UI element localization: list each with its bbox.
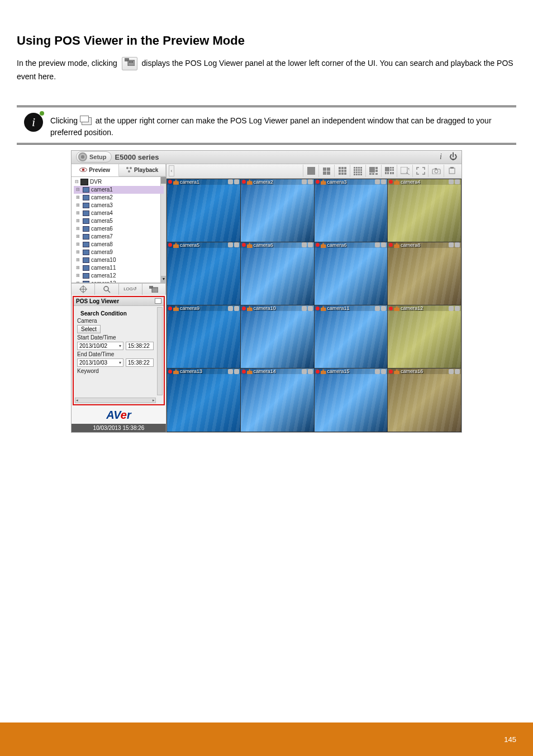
tree-item-camera5[interactable]: camera5 (74, 217, 164, 225)
camera-cell[interactable]: camera9 (167, 305, 240, 368)
tree-item-camera7[interactable]: camera7 (74, 233, 164, 241)
detach-window-icon (82, 117, 92, 125)
view-snapshot[interactable] (428, 165, 444, 177)
camera-overlay-right (375, 242, 386, 247)
camera-overlay-right (228, 242, 239, 247)
tree-item-camera8[interactable]: camera8 (74, 241, 164, 248)
camera-cell[interactable]: camera6 (315, 242, 388, 305)
collapse-sidebar-button[interactable]: ‹ (169, 165, 174, 176)
svg-point-5 (130, 167, 132, 169)
camera-cell[interactable]: camera4 (388, 179, 461, 242)
camera-label: camera6 (254, 242, 273, 248)
camera-label: camera1 (180, 179, 199, 185)
camera-cell[interactable]: camera3 (315, 179, 388, 242)
camera-select-button[interactable]: Select (77, 325, 101, 333)
tree-item-camera1[interactable]: camera1 (74, 186, 164, 194)
tree-item-camera12[interactable]: camera12 (74, 272, 164, 280)
camera-cell[interactable]: camera14 (241, 369, 314, 431)
motion-icon (321, 305, 326, 311)
camera-overlay: camera5 (167, 242, 240, 248)
tree-item-camera11[interactable]: camera11 (74, 264, 164, 272)
svg-rect-16 (375, 170, 378, 172)
tab-playback[interactable]: Playback (119, 164, 166, 176)
view-fullscreen[interactable] (412, 165, 428, 177)
camera-tree[interactable]: ▾ ⊟ DVR camera1camera2camera3camera4came… (72, 177, 166, 283)
camera-overlay: camera12 (388, 305, 461, 311)
view-1x1[interactable] (303, 165, 318, 177)
dvr-icon (80, 179, 88, 185)
camera-overlay: camera14 (241, 369, 314, 374)
camera-cell[interactable]: camera6 (241, 242, 314, 305)
tree-item-camera10[interactable]: camera10 (74, 256, 164, 264)
mic-icon (375, 179, 380, 184)
svg-rect-26 (387, 172, 389, 174)
camera-overlay-right (302, 179, 313, 184)
info-button[interactable]: i (437, 152, 445, 161)
view-record[interactable] (444, 165, 459, 177)
camera-cell[interactable]: camera1 (167, 179, 240, 242)
camera-label: camera2 (254, 179, 273, 185)
tree-item-label: camera13 (91, 280, 116, 283)
tool-pos-viewer[interactable] (142, 284, 166, 295)
tree-root-dvr[interactable]: ⊟ DVR (74, 178, 164, 186)
pos-scrollbar[interactable] (157, 307, 163, 395)
tool-log[interactable]: LOG↺ (119, 284, 142, 295)
camera-overlay: camera6 (241, 242, 314, 248)
camera-label: camera11 (327, 305, 350, 311)
motion-icon (173, 242, 179, 248)
camera-cell[interactable]: camera12 (388, 305, 461, 368)
start-time-field[interactable]: 15:38:22 (126, 342, 154, 350)
tool-search[interactable] (95, 284, 118, 295)
camera-label: camera8 (401, 242, 420, 248)
camera-overlay: camera11 (315, 305, 388, 311)
camera-cell[interactable]: camera13 (167, 369, 240, 431)
camera-cell[interactable]: camera10 (241, 305, 314, 368)
svg-rect-2 (129, 61, 131, 63)
camera-overlay: camera15 (315, 369, 388, 374)
tree-item-camera4[interactable]: camera4 (74, 209, 164, 217)
tree-item-camera3[interactable]: camera3 (74, 202, 164, 209)
view-3x3[interactable] (334, 165, 350, 177)
svg-rect-18 (372, 173, 374, 175)
recording-icon (242, 243, 246, 247)
camera-cell[interactable]: camera5 (167, 242, 240, 305)
camera-label: camera4 (401, 179, 420, 185)
start-date-field[interactable]: 2013/10/02▾ (77, 342, 123, 350)
view-1-5[interactable] (365, 165, 381, 177)
camera-overlay: camera9 (167, 305, 240, 311)
tree-item-camera2[interactable]: camera2 (74, 194, 164, 202)
tree-item-camera13[interactable]: camera13 (74, 280, 164, 283)
camera-icon (83, 226, 89, 232)
tool-ptz[interactable] (72, 284, 95, 295)
camera-cell[interactable]: camera11 (315, 305, 388, 368)
motion-icon (173, 179, 179, 185)
pos-detach-icon[interactable] (155, 298, 161, 304)
camera-icon (83, 265, 89, 271)
camera-cell[interactable]: camera2 (241, 179, 314, 242)
view-2x2[interactable] (318, 165, 334, 177)
tree-item-camera6[interactable]: camera6 (74, 225, 164, 233)
svg-text:↻: ↻ (408, 168, 410, 171)
camera-cell[interactable]: camera8 (388, 242, 461, 305)
end-time-field[interactable]: 15:38:22 (126, 358, 154, 367)
end-date-field[interactable]: 2013/10/03▾ (77, 358, 123, 367)
view-autoscan[interactable]: ↻ (397, 165, 412, 177)
start-date-value: 2013/10/02 (79, 343, 107, 349)
svg-rect-22 (392, 167, 394, 169)
view-1-7[interactable] (381, 165, 397, 177)
tree-item-label: camera3 (91, 202, 113, 209)
mic-icon (449, 369, 454, 374)
note-pre: Clicking (50, 116, 80, 125)
pos-horizontal-scrollbar[interactable]: ◂▸ (75, 398, 156, 403)
view-4x4[interactable] (350, 165, 365, 177)
mic-icon (449, 306, 454, 311)
tree-item-label: camera1 (91, 186, 113, 194)
camera-cell[interactable]: camera15 (315, 369, 388, 431)
setup-button[interactable]: Setup (76, 151, 112, 162)
tab-preview[interactable]: Preview (72, 164, 119, 176)
keyword-label: Keyword (77, 368, 154, 374)
svg-rect-21 (390, 167, 392, 169)
camera-cell[interactable]: camera16 (388, 369, 461, 431)
tree-item-camera9[interactable]: camera9 (74, 248, 164, 256)
power-button[interactable]: ⏻ (449, 152, 457, 161)
